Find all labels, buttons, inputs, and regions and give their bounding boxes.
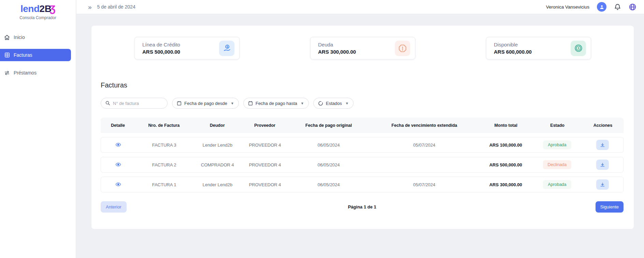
- col-nro-factura: Nro. de Factura: [135, 123, 193, 128]
- filter-label: Fecha de pago desde: [184, 101, 227, 106]
- table-row: FACTURA 2 COMPRADOR 4 PROVEEDOR 4 06/05/…: [101, 157, 624, 173]
- sidebar-collapse-icon[interactable]: »: [88, 4, 92, 10]
- calendar-icon: [248, 101, 253, 106]
- topbar: » 5 de abril de 2024 Veronica Vanseviciu…: [76, 0, 644, 14]
- cell-fecha-pago: 06/05/2024: [288, 142, 370, 148]
- card-label: Deuda: [318, 42, 356, 47]
- sidebar-item-label: Facturas: [14, 52, 32, 58]
- view-detail-button[interactable]: [113, 161, 123, 168]
- status-badge: Declinada: [543, 160, 572, 169]
- svg-text:$: $: [226, 45, 228, 49]
- sidebar-item-prestamos[interactable]: Préstamos: [0, 67, 76, 79]
- next-page-button[interactable]: Siguiente: [596, 201, 624, 213]
- content-panel: Línea de Crédito ARS 500,000.00 $ Deuda …: [91, 26, 634, 229]
- cell-fecha-venc: 05/07/2024: [369, 182, 479, 187]
- status-badge: Aprobada: [543, 140, 571, 149]
- logo-text-lend: lend: [20, 3, 40, 14]
- table-header: Detalle Nro. de Factura Deudor Proveedor…: [101, 118, 624, 133]
- table-row: FACTURA 1 Lender Lend2b PROVEEDOR 4 06/0…: [101, 177, 624, 192]
- col-estado: Estado: [532, 123, 582, 128]
- logo-accent-glyph: Ʒ: [49, 3, 55, 14]
- globe-icon[interactable]: [629, 3, 636, 11]
- user-name: Veronica Vansevicius: [546, 4, 589, 10]
- avatar-user-icon[interactable]: [597, 2, 606, 12]
- sidebar-item-label: Préstamos: [14, 70, 37, 76]
- download-button[interactable]: [596, 160, 609, 170]
- cell-deudor: COMPRADOR 4: [193, 162, 242, 167]
- swap-arrows-icon: [4, 70, 10, 76]
- sidebar-nav: Inicio Facturas Préstamos: [0, 31, 76, 79]
- cell-fecha-pago: 06/05/2024: [288, 162, 370, 167]
- col-proveedor: Proveedor: [242, 123, 288, 128]
- cell-proveedor: PROVEEDOR 4: [242, 162, 288, 167]
- cell-factura: FACTURA 2: [135, 162, 193, 167]
- card-label: Disponible: [494, 42, 532, 47]
- card-deuda: Deuda ARS 300,000.00: [310, 37, 415, 59]
- cell-monto: ARS 100,000.00: [479, 142, 532, 148]
- view-detail-button[interactable]: [113, 181, 123, 188]
- filter-fecha-hasta[interactable]: Fecha de pago hasta ▼: [243, 98, 309, 109]
- chevron-down-icon: ▼: [301, 101, 304, 105]
- coin-icon: $: [571, 41, 586, 56]
- col-deudor: Deudor: [193, 123, 242, 128]
- table-row: FACTURA 3 Lender Lend2b PROVEEDOR 4 06/0…: [101, 137, 624, 153]
- brand-subtitle: Consola Comprador: [0, 15, 76, 20]
- col-detalle: Detalle: [101, 123, 135, 128]
- cell-monto: ARS 500,000.00: [479, 162, 532, 167]
- download-button[interactable]: [596, 179, 609, 190]
- col-monto: Monto total: [479, 123, 532, 128]
- col-fecha-pago: Fecha de pago original: [288, 123, 369, 128]
- cell-deudor: Lender Lend2b: [193, 182, 242, 187]
- card-value: ARS 500,000.00: [142, 49, 180, 55]
- svg-text:$: $: [577, 46, 579, 50]
- search-icon: [105, 100, 110, 107]
- bell-icon[interactable]: [614, 3, 621, 11]
- summary-cards: Línea de Crédito ARS 500,000.00 $ Deuda …: [91, 26, 634, 59]
- sidebar-item-inicio[interactable]: Inicio: [0, 31, 76, 43]
- cell-fecha-venc: 05/07/2024: [369, 142, 479, 148]
- cell-factura: FACTURA 3: [135, 142, 193, 148]
- filter-estados[interactable]: Estados ▼: [313, 98, 354, 109]
- card-disponible: Disponible ARS 600,000.00 $: [486, 37, 591, 59]
- hand-coin-icon: $: [219, 41, 234, 56]
- card-label: Línea de Crédito: [142, 42, 180, 47]
- home-icon: [4, 35, 10, 40]
- cell-fecha-pago: 06/05/2024: [288, 182, 370, 187]
- main-content: Línea de Crédito ARS 500,000.00 $ Deuda …: [76, 14, 644, 258]
- cell-deudor: Lender Lend2b: [193, 142, 242, 148]
- card-value: ARS 300,000.00: [318, 49, 356, 55]
- filter-label: Estados: [326, 101, 342, 106]
- invoice-search: [101, 98, 168, 109]
- view-detail-button[interactable]: [113, 141, 123, 148]
- page-title: Facturas: [101, 81, 634, 89]
- topbar-date: 5 de abril de 2024: [97, 4, 135, 10]
- cell-proveedor: PROVEEDOR 4: [242, 182, 288, 187]
- download-button[interactable]: [596, 140, 609, 150]
- search-input[interactable]: [101, 98, 168, 109]
- page-indicator: Página 1 de 1: [101, 204, 624, 209]
- col-fecha-venc: Fecha de vencimiento extendida: [369, 123, 479, 128]
- cell-proveedor: PROVEEDOR 4: [242, 142, 288, 148]
- pagination: Anterior Página 1 de 1 Siguiente: [101, 201, 624, 213]
- grid-icon: [4, 52, 10, 58]
- status-circle-icon: [318, 101, 323, 106]
- col-acciones: Acciones: [582, 123, 624, 128]
- status-badge: Aprobada: [543, 180, 571, 189]
- chevron-down-icon: ▼: [231, 101, 234, 105]
- alert-octagon-icon: [395, 41, 410, 56]
- cell-factura: FACTURA 1: [135, 182, 193, 187]
- calendar-icon: [177, 101, 182, 106]
- card-value: ARS 600,000.00: [494, 49, 532, 55]
- sidebar-item-label: Inicio: [14, 35, 25, 40]
- chevron-down-icon: ▼: [345, 101, 349, 105]
- filters-bar: Fecha de pago desde ▼ Fecha de pago hast…: [101, 98, 634, 109]
- invoices-table: Detalle Nro. de Factura Deudor Proveedor…: [101, 118, 624, 192]
- filter-fecha-desde[interactable]: Fecha de pago desde ▼: [172, 98, 239, 109]
- previous-page-button[interactable]: Anterior: [101, 201, 127, 213]
- cell-monto: ARS 300,000.00: [479, 182, 532, 187]
- brand-logo: lend2BƷ Consola Comprador: [0, 0, 76, 20]
- sidebar-item-facturas[interactable]: Facturas: [0, 49, 71, 61]
- sidebar: lend2BƷ Consola Comprador Inicio Factura…: [0, 0, 76, 258]
- filter-label: Fecha de pago hasta: [256, 101, 297, 106]
- card-linea-de-credito: Línea de Crédito ARS 500,000.00 $: [134, 37, 240, 59]
